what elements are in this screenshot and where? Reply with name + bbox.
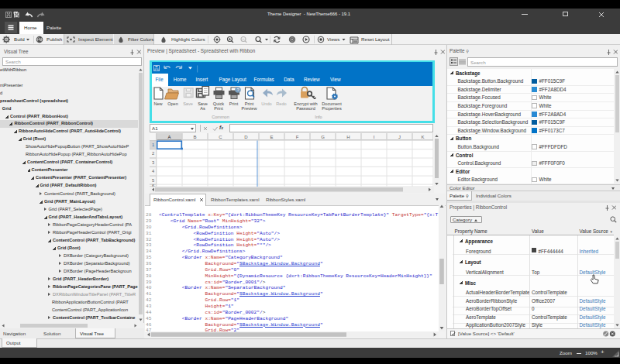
svg-text:?: ?: [236, 88, 239, 92]
svg-text:F: F: [296, 135, 299, 139]
svg-text:6: 6: [152, 183, 154, 186]
svg-text:D: D: [244, 135, 248, 139]
svg-text:5: 5: [152, 177, 154, 182]
svg-text:3: 3: [152, 160, 154, 164]
svg-text:J: J: [398, 135, 401, 139]
svg-text:C: C: [219, 135, 222, 139]
svg-text:K: K: [421, 135, 424, 139]
svg-text:E: E: [270, 135, 273, 139]
svg-text:G: G: [321, 135, 325, 139]
svg-text:H: H: [346, 135, 350, 139]
svg-text:2: 2: [152, 151, 154, 156]
svg-text:I: I: [374, 135, 375, 139]
svg-text:A: A: [167, 135, 170, 139]
svg-text:4: 4: [152, 169, 155, 173]
svg-text:B: B: [193, 135, 196, 139]
svg-text:1: 1: [152, 143, 154, 147]
